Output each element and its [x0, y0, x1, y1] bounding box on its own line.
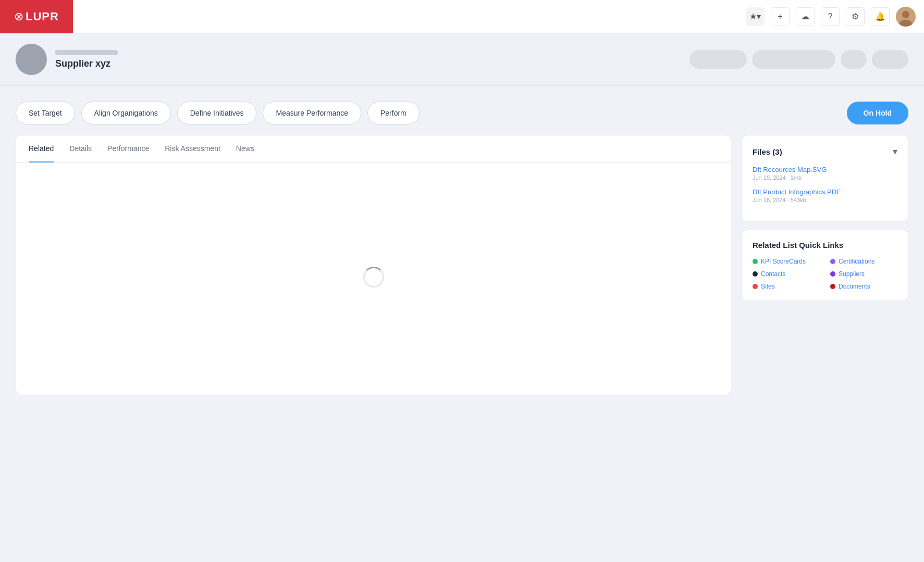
header-action-3[interactable]	[841, 50, 867, 69]
file-item-2[interactable]: Dft Product Infographics.PDF Jun 18, 202…	[753, 188, 897, 203]
cloud-button[interactable]: ☁	[796, 7, 815, 26]
add-button[interactable]: +	[771, 7, 790, 26]
files-chevron-icon[interactable]: ▾	[893, 146, 897, 157]
left-panel: Related Details Performance Risk Assessm…	[16, 135, 731, 395]
contacts-dot	[753, 271, 758, 277]
sites-dot	[753, 284, 758, 289]
tab-risk-assessment[interactable]: Risk Assessment	[165, 135, 220, 163]
quick-links-grid: KPI ScoreCards Certifications Contacts S…	[753, 258, 897, 290]
step-measure-performance[interactable]: Measure Performance	[263, 102, 361, 124]
help-button[interactable]: ?	[821, 7, 840, 26]
files-panel-header: Files (3) ▾	[753, 146, 897, 157]
quick-links-panel-header: Related List Quick Links	[753, 241, 897, 249]
file-item-1[interactable]: Dft Recources Map.SVG Jun 19, 2024 · 1mb	[753, 166, 897, 181]
quick-links-panel-title: Related List Quick Links	[753, 241, 843, 249]
tab-details[interactable]: Details	[69, 135, 92, 163]
tab-content-area	[16, 163, 731, 392]
quick-link-documents[interactable]: Documents	[830, 283, 897, 290]
documents-link: Documents	[839, 283, 870, 290]
header-left: Supplier xyz	[16, 44, 118, 75]
file-meta-1: Jun 19, 2024 · 1mb	[753, 174, 897, 181]
plus-icon: +	[778, 12, 782, 21]
contacts-link: Contacts	[761, 270, 785, 278]
quick-link-sites[interactable]: Sites	[753, 283, 820, 290]
step-set-target[interactable]: Set Target	[16, 102, 75, 124]
step-define-initiatives[interactable]: Define Initiatives	[177, 102, 257, 124]
star-icon: ★	[749, 11, 757, 21]
header-right	[689, 50, 908, 69]
top-nav: ⊗ LUPR ★ ▾ + ☁ ? ⚙ 🔔	[0, 0, 924, 33]
header-action-2[interactable]	[752, 50, 835, 69]
logo-icon: ⊗	[14, 10, 23, 23]
question-icon: ?	[828, 12, 833, 21]
step-perform[interactable]: Perform	[367, 102, 420, 124]
kpi-link: KPI ScoreCards	[761, 258, 806, 265]
certifications-dot	[830, 259, 835, 264]
file-name-1: Dft Recources Map.SVG	[753, 166, 897, 173]
settings-button[interactable]: ⚙	[846, 7, 865, 26]
favorites-button[interactable]: ★ ▾	[746, 7, 765, 26]
right-panel: Files (3) ▾ Dft Recources Map.SVG Jun 19…	[742, 135, 908, 301]
tab-news[interactable]: News	[236, 135, 254, 163]
quick-link-certifications[interactable]: Certifications	[830, 258, 897, 265]
quick-link-suppliers[interactable]: Suppliers	[830, 270, 897, 278]
logo[interactable]: ⊗ LUPR	[0, 0, 73, 33]
tab-performance[interactable]: Performance	[107, 135, 149, 163]
company-avatar	[16, 44, 47, 75]
files-panel-title: Files (3)	[753, 147, 782, 156]
files-panel: Files (3) ▾ Dft Recources Map.SVG Jun 19…	[742, 135, 908, 221]
breadcrumb	[55, 50, 118, 55]
logo-text: LUPR	[26, 10, 59, 23]
quick-link-contacts[interactable]: Contacts	[753, 270, 820, 278]
status-on-hold-button[interactable]: On Hold	[847, 102, 908, 124]
company-info: Supplier xyz	[55, 50, 118, 69]
file-meta-2: Jun 18, 2024 · 543kb	[753, 197, 897, 203]
chevron-down-icon: ▾	[757, 11, 761, 21]
header-area: Supplier xyz	[0, 33, 924, 86]
cloud-icon: ☁	[801, 11, 809, 21]
header-action-4[interactable]	[872, 50, 908, 69]
file-name-2: Dft Product Infographics.PDF	[753, 188, 897, 196]
suppliers-link: Suppliers	[839, 270, 865, 278]
tab-navigation: Related Details Performance Risk Assessm…	[16, 135, 731, 163]
nav-right: ★ ▾ + ☁ ? ⚙ 🔔	[746, 7, 916, 27]
kpi-dot	[753, 259, 758, 264]
gear-icon: ⚙	[852, 11, 859, 21]
suppliers-dot	[830, 271, 835, 277]
sites-link: Sites	[761, 283, 775, 290]
certifications-link: Certifications	[839, 258, 874, 265]
main-content: Related Details Performance Risk Assessm…	[0, 124, 924, 406]
quick-links-panel: Related List Quick Links KPI ScoreCards …	[742, 230, 908, 301]
avatar[interactable]	[896, 7, 916, 27]
step-align-organisations[interactable]: Align Organigations	[81, 102, 171, 124]
tab-related[interactable]: Related	[29, 135, 54, 163]
company-name: Supplier xyz	[55, 58, 118, 69]
quick-link-kpi-scorecards[interactable]: KPI ScoreCards	[753, 258, 820, 265]
bell-icon: 🔔	[875, 11, 885, 21]
svg-point-1	[902, 11, 909, 18]
header-action-1[interactable]	[689, 50, 747, 69]
workflow-steps: Set Target Align Organigations Define In…	[0, 86, 924, 124]
avatar-image	[896, 7, 916, 27]
loading-spinner	[363, 267, 384, 288]
documents-dot	[830, 284, 835, 289]
notifications-button[interactable]: 🔔	[871, 7, 890, 26]
